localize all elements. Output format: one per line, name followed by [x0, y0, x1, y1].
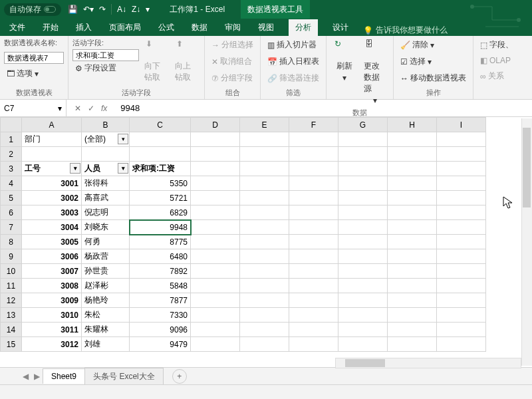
- field-settings-button[interactable]: ⚙字段设置: [72, 61, 139, 75]
- col-header-G[interactable]: G: [338, 118, 388, 132]
- tab-file[interactable]: 文件: [7, 19, 28, 36]
- cell[interactable]: 3011: [22, 323, 82, 337]
- row-header[interactable]: 14: [1, 323, 22, 337]
- cell[interactable]: 7877: [130, 293, 191, 308]
- cell[interactable]: 3005: [22, 235, 82, 249]
- select-all-corner[interactable]: [1, 118, 22, 132]
- cell[interactable]: 3010: [22, 308, 82, 323]
- cell[interactable]: [130, 132, 191, 147]
- row-header[interactable]: 2: [1, 147, 22, 162]
- active-field-input[interactable]: [72, 49, 139, 61]
- cell[interactable]: 6480: [130, 249, 191, 264]
- col-header-E[interactable]: E: [240, 118, 289, 132]
- undo-icon[interactable]: ↶▾: [83, 5, 94, 14]
- cell[interactable]: 3003: [22, 205, 82, 220]
- tab-view[interactable]: 视图: [255, 19, 277, 36]
- options-button[interactable]: 🗔选项 ▾: [4, 66, 64, 80]
- sort-asc-icon[interactable]: A↓: [117, 5, 126, 14]
- col-header-F[interactable]: F: [289, 118, 338, 132]
- cell[interactable]: 杨政营: [82, 249, 130, 264]
- cell[interactable]: 刘晓东: [82, 220, 130, 235]
- filter-dropdown-icon[interactable]: ▾: [118, 134, 128, 144]
- name-box[interactable]: ▾: [0, 100, 66, 116]
- cell[interactable]: 3001: [22, 176, 82, 191]
- row-header[interactable]: 11: [1, 279, 22, 293]
- cell[interactable]: 张得科: [82, 176, 130, 191]
- formula-value[interactable]: 9948: [115, 103, 145, 113]
- row-header[interactable]: 4: [1, 176, 22, 191]
- sheet-nav-prev-icon[interactable]: ◀: [20, 372, 31, 381]
- tell-me[interactable]: 💡 告诉我你想要做什么: [363, 25, 448, 36]
- fields-button[interactable]: ⬚字段、: [477, 38, 516, 52]
- cell[interactable]: 何勇: [82, 235, 130, 249]
- clear-button[interactable]: 🧹清除 ▾: [398, 38, 469, 52]
- cell[interactable]: 3004: [22, 220, 82, 235]
- cell[interactable]: 赵泽彬: [82, 279, 130, 293]
- tab-insert[interactable]: 插入: [73, 19, 94, 36]
- row-header[interactable]: 12: [1, 293, 22, 308]
- filter-dropdown-icon[interactable]: ▾: [70, 163, 80, 174]
- cell[interactable]: 5848: [130, 279, 191, 293]
- col-header-I[interactable]: I: [437, 118, 486, 132]
- cancel-icon[interactable]: ✕: [74, 104, 81, 113]
- worksheet-grid[interactable]: A B C D E F G H I 1 部门 (全部)▾ 2 3 工号▾ 人员▾…: [0, 117, 532, 380]
- cell[interactable]: 朱松: [82, 308, 130, 323]
- col-header-B[interactable]: B: [82, 118, 130, 132]
- tab-design[interactable]: 设计: [330, 19, 351, 36]
- add-sheet-button[interactable]: +: [172, 369, 187, 384]
- col-header-D[interactable]: D: [191, 118, 240, 132]
- pivot-header[interactable]: 人员▾: [82, 162, 130, 176]
- cell[interactable]: 3012: [22, 337, 82, 352]
- cell[interactable]: 9096: [130, 323, 191, 337]
- qat-dropdown-icon[interactable]: ▾: [146, 5, 150, 14]
- move-pivot-button[interactable]: ↔移动数据透视表: [398, 71, 469, 85]
- cell[interactable]: 杨艳玲: [82, 293, 130, 308]
- cell[interactable]: 高喜武: [82, 191, 130, 205]
- cell[interactable]: 7892: [130, 264, 191, 279]
- cell[interactable]: 3006: [22, 249, 82, 264]
- cell[interactable]: 5350: [130, 176, 191, 191]
- row-header[interactable]: 7: [1, 220, 22, 235]
- row-header[interactable]: 8: [1, 235, 22, 249]
- tab-review[interactable]: 审阅: [222, 19, 243, 36]
- cell[interactable]: 3002: [22, 191, 82, 205]
- cell[interactable]: 9948: [130, 220, 191, 235]
- horizontal-scrollbar[interactable]: [335, 358, 521, 368]
- cell[interactable]: 3008: [22, 279, 82, 293]
- fx-icon[interactable]: fx: [101, 104, 107, 113]
- save-icon[interactable]: 💾: [68, 5, 78, 14]
- row-header[interactable]: 3: [1, 162, 22, 176]
- scrollbar-thumb[interactable]: [523, 128, 531, 207]
- enter-icon[interactable]: ✓: [88, 104, 94, 113]
- change-source-button[interactable]: 🗄更改数据源▾: [361, 38, 389, 106]
- col-header-C[interactable]: C: [130, 118, 191, 132]
- pivot-name-input[interactable]: [4, 52, 64, 64]
- row-header[interactable]: 9: [1, 249, 22, 264]
- row-header[interactable]: 5: [1, 191, 22, 205]
- sheet-tab[interactable]: 头条号 Excel大全: [84, 368, 164, 385]
- tab-home[interactable]: 开始: [40, 19, 61, 36]
- insert-slicer-button[interactable]: ▥插入切片器: [265, 38, 322, 52]
- vertical-scrollbar[interactable]: [521, 118, 532, 366]
- cell[interactable]: 部门: [22, 132, 82, 147]
- tab-formulas[interactable]: 公式: [156, 19, 177, 36]
- scrollbar-thumb[interactable]: [345, 359, 385, 367]
- cell[interactable]: 刘雄: [82, 337, 130, 352]
- cell[interactable]: 朱耀林: [82, 323, 130, 337]
- cell-reference-input[interactable]: [4, 104, 44, 113]
- row-header[interactable]: 6: [1, 205, 22, 220]
- namebox-dropdown-icon[interactable]: ▾: [58, 104, 62, 113]
- row-header[interactable]: 10: [1, 264, 22, 279]
- tab-analyze[interactable]: 分析: [289, 19, 318, 36]
- cell[interactable]: 3007: [22, 264, 82, 279]
- col-header-H[interactable]: H: [388, 118, 437, 132]
- row-header[interactable]: 15: [1, 337, 22, 352]
- cell[interactable]: 3009: [22, 293, 82, 308]
- cell[interactable]: 8775: [130, 235, 191, 249]
- sheet-tab-active[interactable]: Sheet9: [43, 368, 85, 384]
- row-header[interactable]: 13: [1, 308, 22, 323]
- cell[interactable]: 倪志明: [82, 205, 130, 220]
- cell[interactable]: 6829: [130, 205, 191, 220]
- cell[interactable]: 5721: [130, 191, 191, 205]
- tab-data[interactable]: 数据: [189, 19, 210, 36]
